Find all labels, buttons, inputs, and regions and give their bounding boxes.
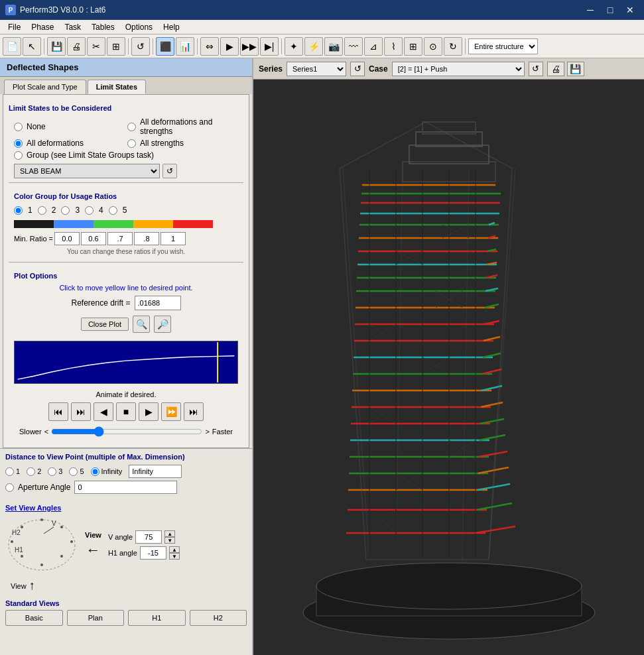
tb-wave-btn[interactable]: 〰 <box>344 37 363 56</box>
ratio-input-5[interactable] <box>161 232 186 245</box>
case-dropdown[interactable]: [2] = [1] + Push <box>392 62 525 76</box>
std-view-h2-btn[interactable]: H2 <box>190 610 247 626</box>
menu-options[interactable]: Options <box>120 21 158 33</box>
ratio-input-4[interactable] <box>134 232 159 245</box>
tb-delete-btn[interactable]: ✂ <box>87 37 105 56</box>
tb-target-btn[interactable]: ⊙ <box>424 37 442 56</box>
close-button[interactable]: ✕ <box>621 3 639 17</box>
h1-angle-down-btn[interactable]: ▼ <box>169 553 180 560</box>
color-radio-5[interactable] <box>109 206 117 215</box>
tb-diag-btn[interactable]: ⊿ <box>364 37 383 56</box>
minimize-button[interactable]: ─ <box>582 3 599 17</box>
series-dropdown[interactable]: Series1 <box>287 62 346 76</box>
radio-all-deform-str[interactable] <box>127 123 136 131</box>
dist-radio-1[interactable] <box>5 467 14 476</box>
anim-play-btn[interactable]: ▶ <box>139 402 159 421</box>
save-view-btn[interactable]: 💾 <box>567 62 584 76</box>
group-dropdown[interactable]: SLAB BEAM <box>14 164 160 178</box>
ratio-input-2[interactable] <box>81 232 106 245</box>
tb-skip-btn[interactable]: ▶| <box>260 37 279 56</box>
h1-angle-input[interactable] <box>140 546 166 560</box>
tb-play2-btn[interactable]: ▶▶ <box>240 37 259 56</box>
menu-task[interactable]: Task <box>59 21 86 33</box>
anim-stop-btn[interactable]: ■ <box>116 402 136 421</box>
plot-options-title: Plot Options <box>14 272 238 280</box>
view-arrow-area: View ← <box>85 531 101 559</box>
app-title: Perform3D V8.0.0 : Lat6 <box>20 5 105 15</box>
speed-slider[interactable] <box>51 426 202 437</box>
ratio-input-3[interactable] <box>107 232 133 245</box>
tb-rotate-btn[interactable]: ↻ <box>444 37 462 56</box>
menu-tables[interactable]: Tables <box>86 21 120 33</box>
v-angle-up-btn[interactable]: ▲ <box>164 530 175 537</box>
anim-prev-btn[interactable]: ⏭ <box>71 402 91 421</box>
tb-diag2-btn[interactable]: ⌇ <box>384 37 403 56</box>
zoom-in-btn[interactable]: 🔍 <box>133 316 150 333</box>
print-view-btn[interactable]: 🖨 <box>547 62 564 76</box>
menu-file[interactable]: File <box>3 21 26 33</box>
v-angle-down-btn[interactable]: ▼ <box>164 537 175 544</box>
aperture-input[interactable] <box>74 481 177 494</box>
color-radio-1[interactable] <box>14 206 23 215</box>
radio-group-row: Group (see Limit State Groups task) <box>14 150 238 160</box>
structure-dropdown[interactable]: Entire structure <box>468 38 538 54</box>
anim-skip-start-btn[interactable]: ⏮ <box>48 402 68 421</box>
anim-back-btn[interactable]: ◀ <box>94 402 113 421</box>
menu-help[interactable]: Help <box>158 21 185 33</box>
aperture-radio[interactable] <box>5 483 14 492</box>
color-radio-3[interactable] <box>61 206 70 215</box>
radio-group[interactable] <box>14 151 23 160</box>
tab-limit-states[interactable]: Limit States <box>88 80 146 94</box>
series-refresh-btn[interactable]: ↺ <box>350 62 365 76</box>
limit-states-two-col: None All deformations and strengths All … <box>14 117 238 148</box>
limit-states-options: None All deformations and strengths All … <box>9 115 243 162</box>
tb-print-btn[interactable]: 🖨 <box>67 37 86 56</box>
ratio-input-1[interactable] <box>54 232 80 245</box>
radio-all-deform[interactable] <box>14 139 23 148</box>
close-plot-button[interactable]: Close Plot <box>81 318 129 331</box>
dist-radio-5[interactable] <box>69 467 78 476</box>
tb-file-btn[interactable]: 📄 <box>3 37 21 56</box>
color-section: Color Group for Usage Ratios 1 2 3 4 5 <box>9 186 243 259</box>
zoom-out-btn[interactable]: 🔎 <box>154 316 171 333</box>
menu-phase[interactable]: Phase <box>26 21 59 33</box>
tab-plot-scale[interactable]: Plot Scale and Type <box>4 80 86 94</box>
dist-radio-infinity[interactable] <box>91 467 99 476</box>
radio-all-str[interactable] <box>127 139 136 148</box>
std-view-plan-btn[interactable]: Plan <box>67 610 125 626</box>
h1-angle-up-btn[interactable]: ▲ <box>169 546 180 553</box>
tb-nodes-btn[interactable]: ✦ <box>285 37 303 56</box>
v-angle-input[interactable] <box>135 530 162 544</box>
color-radio-4[interactable] <box>85 206 94 215</box>
tb-cam-btn[interactable]: 📷 <box>324 37 343 56</box>
tb-chart2-btn[interactable]: ⊞ <box>404 37 422 56</box>
dist-radio-3[interactable] <box>48 467 56 476</box>
tb-play-btn[interactable]: ▶ <box>220 37 239 56</box>
curve-area[interactable] <box>14 341 238 384</box>
case-refresh-btn[interactable]: ↺ <box>529 62 543 76</box>
tb-shape-btn[interactable]: ⬛ <box>156 37 174 56</box>
set-view-angles-link[interactable]: Set View Angles <box>5 504 61 512</box>
tb-lightning-btn[interactable]: ⚡ <box>304 37 323 56</box>
ref-drift-row: Reference drift = <box>14 293 238 313</box>
color-radio-2[interactable] <box>38 206 46 215</box>
tb-grid-btn[interactable]: ⊞ <box>107 37 125 56</box>
tb-move1-btn[interactable]: ⇔ <box>200 37 219 56</box>
ref-drift-input[interactable] <box>135 296 181 310</box>
radio-none[interactable] <box>14 123 23 131</box>
group-refresh-btn[interactable]: ↺ <box>162 164 177 178</box>
tb-chart-btn[interactable]: 📊 <box>176 37 194 56</box>
std-view-h1-btn[interactable]: H1 <box>128 610 186 626</box>
maximize-button[interactable]: □ <box>602 3 619 17</box>
color-bar-5 <box>173 220 213 228</box>
anim-next-btn[interactable]: ⏩ <box>161 402 181 421</box>
tb-refresh-btn[interactable]: ↺ <box>131 37 150 56</box>
dist-radio-2[interactable] <box>27 467 35 476</box>
anim-skip-end-btn[interactable]: ⏭ <box>184 402 204 421</box>
tb-cursor-btn[interactable]: ↖ <box>23 37 41 56</box>
color-group-title: Color Group for Usage Ratios <box>14 192 238 200</box>
tb-save-btn[interactable]: 💾 <box>47 37 66 56</box>
dist-infinity-input[interactable] <box>129 465 182 478</box>
v-angle-label: V angle <box>108 533 133 541</box>
std-view-basic-btn[interactable]: Basic <box>5 610 63 626</box>
